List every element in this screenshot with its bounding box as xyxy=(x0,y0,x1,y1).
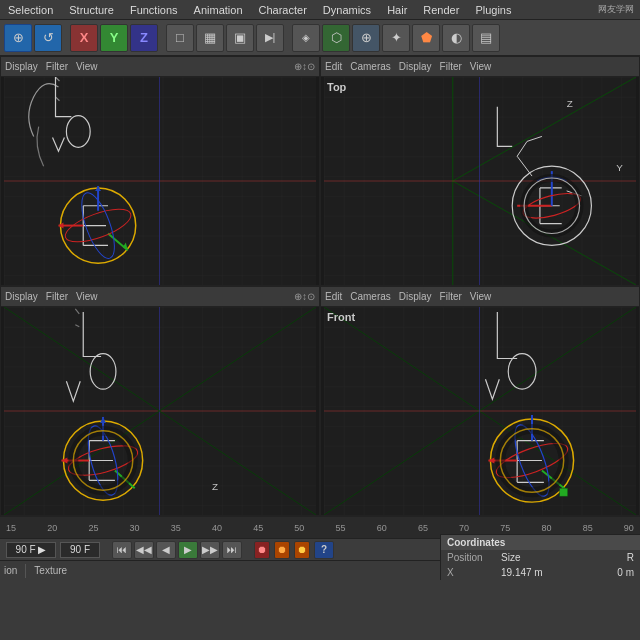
play-prev-keyframe[interactable]: ◀◀ xyxy=(134,541,154,559)
menu-bar: Selection Structure Functions Animation … xyxy=(0,0,640,20)
tool-sel2[interactable]: ▣ xyxy=(226,24,254,52)
vp-tr-filter[interactable]: Filter xyxy=(440,61,462,72)
tl-50: 50 xyxy=(294,523,304,533)
menu-structure[interactable]: Structure xyxy=(61,2,122,18)
menu-functions[interactable]: Functions xyxy=(122,2,186,18)
status-sep1 xyxy=(25,564,26,578)
vp-bl-controls: ⊕↕⊙ xyxy=(294,291,315,302)
tl-80: 80 xyxy=(541,523,551,533)
toolbar: ⊕ ↺ X Y Z □ ▦ ▣ ▶| ◈ ⬡ ⊕ ✦ ⬟ ◐ ▤ xyxy=(0,20,640,56)
tl-45: 45 xyxy=(253,523,263,533)
frame-total-input[interactable] xyxy=(60,542,100,558)
viewport-bl-canvas[interactable]: Z xyxy=(1,307,319,515)
menu-character[interactable]: Character xyxy=(251,2,315,18)
tool-t1[interactable]: ◈ xyxy=(292,24,320,52)
vp-br-edit[interactable]: Edit xyxy=(325,291,342,302)
tl-30: 30 xyxy=(130,523,140,533)
tool-t5[interactable]: ⬟ xyxy=(412,24,440,52)
play-next-frame[interactable]: ▶▶ xyxy=(200,541,220,559)
menu-plugins[interactable]: Plugins xyxy=(467,2,519,18)
tl-75: 75 xyxy=(500,523,510,533)
menu-dynamics[interactable]: Dynamics xyxy=(315,2,379,18)
vp-bl-view[interactable]: View xyxy=(76,291,98,302)
viewport-tr-label: Top xyxy=(327,81,346,93)
vp-tr-display[interactable]: Display xyxy=(399,61,432,72)
tl-25: 25 xyxy=(88,523,98,533)
coordinates-panel: Coordinates Position Size R X 19.147 m 0… xyxy=(440,534,640,580)
tl-60: 60 xyxy=(377,523,387,533)
play-help[interactable]: ? xyxy=(314,541,334,559)
tl-35: 35 xyxy=(171,523,181,533)
svg-text:Z: Z xyxy=(212,481,218,492)
vp-tl-display[interactable]: Display xyxy=(5,61,38,72)
play-play[interactable]: ▶ xyxy=(178,541,198,559)
timeline-marks: 15 20 25 30 35 40 45 50 55 60 65 70 75 8… xyxy=(2,523,638,533)
vp-br-svg xyxy=(321,307,639,515)
app-logo: 网友学网 xyxy=(592,1,640,18)
vp-br-view[interactable]: View xyxy=(470,291,492,302)
menu-animation[interactable]: Animation xyxy=(186,2,251,18)
coord-title: Coordinates xyxy=(441,535,640,550)
tool-y[interactable]: Y xyxy=(100,24,128,52)
vp-tr-view[interactable]: View xyxy=(470,61,492,72)
tl-40: 40 xyxy=(212,523,222,533)
viewport-tl-header: Display Filter View ⊕↕⊙ xyxy=(1,57,319,77)
tool-t4[interactable]: ✦ xyxy=(382,24,410,52)
vp-tl-view[interactable]: View xyxy=(76,61,98,72)
viewport-br-header: Edit Cameras Display Filter View xyxy=(321,287,639,307)
tl-15: 15 xyxy=(6,523,16,533)
playback-controls: ⏮ ◀◀ ◀ ▶ ▶▶ ⏭ xyxy=(112,541,242,559)
coord-x-row: X 19.147 m 0 m xyxy=(441,565,640,580)
frame-current-input[interactable] xyxy=(6,542,56,558)
vp-tr-svg: Z Y xyxy=(321,77,639,285)
menu-hair[interactable]: Hair xyxy=(379,2,415,18)
tool-rotate[interactable]: ↺ xyxy=(34,24,62,52)
play-record3[interactable]: ⏺ xyxy=(294,541,310,559)
play-record2[interactable]: ⏺ xyxy=(274,541,290,559)
viewport-tr-header: Edit Cameras Display Filter View xyxy=(321,57,639,77)
tool-sel1[interactable]: ▦ xyxy=(196,24,224,52)
vp-bl-filter[interactable]: Filter xyxy=(46,291,68,302)
viewport-bottom-right[interactable]: Edit Cameras Display Filter View Front xyxy=(320,286,640,516)
svg-text:Z: Z xyxy=(567,98,573,109)
tool-x[interactable]: X xyxy=(70,24,98,52)
vp-tr-edit[interactable]: Edit xyxy=(325,61,342,72)
vp-br-cameras[interactable]: Cameras xyxy=(350,291,391,302)
tl-90: 90 xyxy=(624,523,634,533)
tool-z[interactable]: Z xyxy=(130,24,158,52)
play-prev-frame[interactable]: ◀ xyxy=(156,541,176,559)
viewport-bottom-left[interactable]: Display Filter View ⊕↕⊙ xyxy=(0,286,320,516)
tool-camera[interactable]: ▶| xyxy=(256,24,284,52)
vp-tl-svg xyxy=(1,77,319,285)
tool-t3[interactable]: ⊕ xyxy=(352,24,380,52)
play-goto-start[interactable]: ⏮ xyxy=(112,541,132,559)
tool-t6[interactable]: ◐ xyxy=(442,24,470,52)
viewport-br-canvas[interactable]: Front xyxy=(321,307,639,515)
play-goto-end[interactable]: ⏭ xyxy=(222,541,242,559)
tool-move[interactable]: ⊕ xyxy=(4,24,32,52)
tool-t7[interactable]: ▤ xyxy=(472,24,500,52)
viewport-area: Display Filter View ⊕↕⊙ xyxy=(0,56,640,516)
vp-bl-svg: Z xyxy=(1,307,319,515)
coord-x-label: X xyxy=(447,567,497,578)
menu-render[interactable]: Render xyxy=(415,2,467,18)
vp-tr-cameras[interactable]: Cameras xyxy=(350,61,391,72)
tool-t2[interactable]: ⬡ xyxy=(322,24,350,52)
vp-tl-filter[interactable]: Filter xyxy=(46,61,68,72)
viewport-top-left[interactable]: Display Filter View ⊕↕⊙ xyxy=(0,56,320,286)
tl-20: 20 xyxy=(47,523,57,533)
menu-selection[interactable]: Selection xyxy=(0,2,61,18)
coord-x-val: 19.147 m xyxy=(501,567,543,578)
tool-box[interactable]: □ xyxy=(166,24,194,52)
vp-br-filter[interactable]: Filter xyxy=(440,291,462,302)
vp-bl-display[interactable]: Display xyxy=(5,291,38,302)
vp-br-display[interactable]: Display xyxy=(399,291,432,302)
coord-pos-label: Position xyxy=(447,552,497,563)
viewport-tr-canvas[interactable]: Top Z Y xyxy=(321,77,639,285)
coord-size-label: Size xyxy=(501,552,520,563)
play-record[interactable]: ⏺ xyxy=(254,541,270,559)
tl-70: 70 xyxy=(459,523,469,533)
viewport-tl-canvas[interactable] xyxy=(1,77,319,285)
viewport-top-right[interactable]: Edit Cameras Display Filter View Top xyxy=(320,56,640,286)
svg-text:Y: Y xyxy=(616,162,623,173)
